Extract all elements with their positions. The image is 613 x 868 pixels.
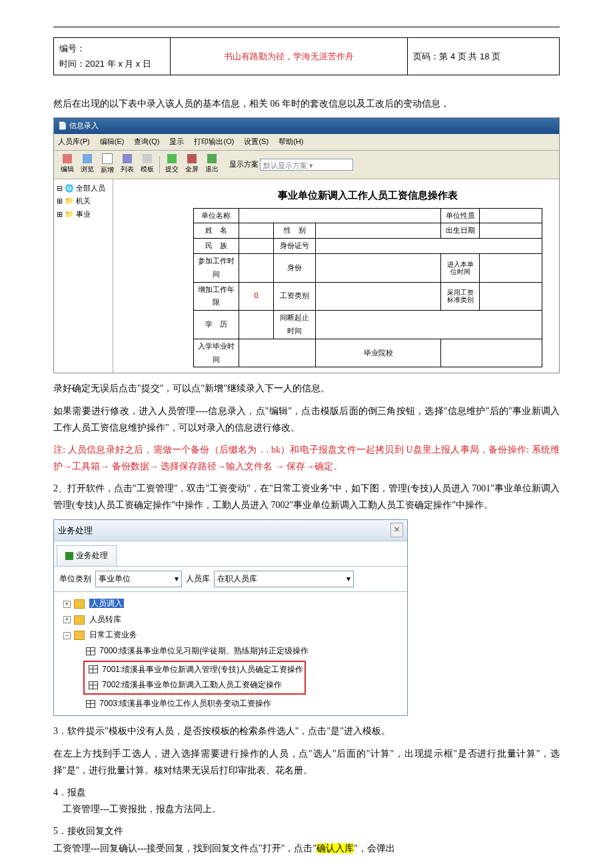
- tree-item-7000[interactable]: 7000:绩溪县事业单位见习期(学徒期、熟练期)转正定级操作: [57, 643, 404, 659]
- ss2-tree: + 人员调入 + 人员转库 − 日常工资业务 7000:绩溪县事业单位见习期(学…: [54, 591, 407, 715]
- val-school[interactable]: [441, 339, 542, 367]
- dropdown-personnel-db[interactable]: 在职人员库 ▾: [214, 571, 354, 588]
- tool-browse[interactable]: 浏览: [78, 153, 97, 176]
- tree-label-transfer-in: 人员调入: [89, 599, 124, 608]
- val-salary-standard[interactable]: [479, 282, 542, 311]
- val-salary-type[interactable]: [316, 282, 441, 311]
- lbl-identity: 身份: [274, 253, 316, 282]
- scheme-value: 默认显示方案: [263, 161, 307, 169]
- val-ethnicity[interactable]: [239, 239, 273, 254]
- screenshot-info-entry: 📄 信息录入 人员库(P) 编辑(E) 查询(Q) 显示 打印输出(O) 设置(…: [53, 117, 560, 373]
- lbl-idcard: 身份证号: [274, 239, 316, 254]
- tree-item-transfer-in[interactable]: + 人员调入: [57, 596, 404, 612]
- fullscreen-icon: [187, 154, 197, 163]
- tree-label-7003: 7003:绩溪县事业单位工作人员职务变动工资操作: [99, 699, 271, 708]
- val-grad-date[interactable]: [239, 339, 315, 367]
- tool-exit[interactable]: 退出: [203, 153, 221, 176]
- menu-help[interactable]: 帮助(H): [279, 137, 303, 145]
- menu-personnel[interactable]: 人员库(P): [58, 137, 90, 145]
- tool-edit[interactable]: 编辑: [58, 153, 77, 176]
- tool-list-label: 列表: [121, 163, 134, 175]
- val-unit-name[interactable]: [239, 208, 440, 223]
- highlight-box-7001-7002: 7001:绩溪县事业单位新调入管理(专技)人员确定工资操作 7002:绩溪县事业…: [83, 661, 306, 695]
- tool-fullscreen-label: 全屏: [185, 163, 199, 175]
- toolbar-separator: [159, 156, 160, 173]
- val-birthdate[interactable]: [479, 223, 542, 239]
- menu-query[interactable]: 查询(Q): [134, 137, 159, 145]
- val-break-period[interactable]: [316, 311, 542, 339]
- folder-icon: [74, 631, 85, 640]
- paragraph-6: 3．软件提示"模板中没有人员，是否按模板的检索条件选人"，点击"是"进入模板。: [53, 723, 560, 739]
- header-date: 时间：2021 年 x 月 x 日: [59, 56, 165, 71]
- tree-item-7003[interactable]: 7003:绩溪县事业单位工作人员职务变动工资操作: [57, 696, 404, 712]
- tree-label-7001: 7001:绩溪县事业单位新调入管理(专技)人员确定工资操作: [102, 665, 303, 674]
- grid-icon: [89, 665, 98, 673]
- template-icon: [143, 154, 152, 163]
- tree-item-transfer-db[interactable]: + 人员转库: [57, 612, 404, 628]
- tool-fullscreen[interactable]: 全屏: [183, 153, 201, 176]
- ss2-titlebar: 业务处理 ✕: [54, 520, 407, 541]
- expand-icon[interactable]: +: [63, 601, 71, 608]
- header-motto: 书山有路勤为径，学海无涯苦作舟: [170, 38, 408, 75]
- tree-label-daily-salary: 日常工资业务: [89, 630, 137, 639]
- val-name[interactable]: [239, 223, 273, 239]
- tool-submit[interactable]: 提交: [163, 153, 181, 176]
- title-icon: 📄: [58, 121, 67, 129]
- val-education[interactable]: [239, 311, 273, 339]
- lbl-gender: 性 别: [274, 223, 316, 239]
- collapse-icon[interactable]: −: [63, 632, 71, 639]
- dropdown-unit-type[interactable]: 事业单位 ▾: [95, 571, 182, 588]
- folder-icon: [74, 615, 85, 625]
- form-title: 事业单位新调入工作人员工资信息操作表: [193, 186, 542, 204]
- scheme-dropdown[interactable]: 默认显示方案 ▾: [260, 159, 353, 171]
- header-doc-number: 编号：: [59, 41, 165, 56]
- val-enter-unit-date[interactable]: [479, 253, 542, 282]
- scheme-label: 显示方案: [229, 158, 259, 171]
- tree-shiye[interactable]: ⊞ 📁 事业: [57, 208, 110, 221]
- tab-business[interactable]: 业务处理: [57, 545, 117, 566]
- lbl-unit-nature: 单位性质: [441, 208, 480, 223]
- menu-bar[interactable]: 人员库(P) 编辑(E) 查询(Q) 显示 打印输出(O) 设置(S) 帮助(H…: [54, 134, 559, 151]
- lbl-unit-type: 单位类别: [59, 572, 91, 587]
- lbl-education: 学 历: [194, 311, 239, 339]
- lbl-grad-date: 入学毕业时间: [194, 339, 239, 367]
- tree-all[interactable]: ⊟ 🌐 全部人员: [57, 182, 110, 195]
- tool-submit-label: 提交: [165, 163, 179, 175]
- tool-template-label: 模板: [141, 163, 154, 175]
- nav-tree[interactable]: ⊟ 🌐 全部人员 ⊞ 📁 机关 ⊞ 📁 事业: [54, 179, 113, 373]
- lbl-birthdate: 出生日期: [441, 223, 480, 239]
- lbl-break-period: 间断起止时间: [274, 311, 316, 339]
- lbl-add-years: 增加工作年限: [194, 282, 239, 311]
- window-title: 信息录入: [69, 121, 99, 129]
- grid-icon: [89, 681, 98, 689]
- info-form-table: 单位名称 单位性质 姓 名 性 别 出生日期: [193, 208, 542, 368]
- tool-list[interactable]: 列表: [118, 153, 137, 176]
- grid-icon: [86, 700, 95, 708]
- menu-edit[interactable]: 编辑(E): [100, 137, 125, 145]
- val-unit-nature[interactable]: [479, 208, 542, 223]
- menu-display[interactable]: 显示: [169, 137, 184, 145]
- val-gender[interactable]: [316, 223, 441, 239]
- tree-jiguan[interactable]: ⊞ 📁 机关: [57, 195, 110, 208]
- paragraph-4-note: 注: 人员信息录好之后，需做一个备份（后缀名为．. bk）和电子报盘文件一起拷贝…: [53, 441, 560, 475]
- tool-new[interactable]: 新增: [98, 153, 117, 177]
- tree-label-transfer-db: 人员转库: [89, 615, 121, 624]
- expand-icon[interactable]: +: [63, 616, 71, 623]
- tree-item-daily-salary[interactable]: − 日常工资业务: [57, 627, 404, 643]
- tree-label-7000: 7000:绩溪县事业单位见习期(学徒期、熟练期)转正定级操作: [99, 646, 308, 655]
- tool-template[interactable]: 模板: [138, 153, 157, 176]
- val-identity[interactable]: [316, 253, 441, 282]
- val-workdate[interactable]: [239, 253, 273, 282]
- menu-settings[interactable]: 设置(S): [244, 137, 269, 145]
- paragraph-2: 录好确定无误后点击"提交"，可以点"新增"继续录入下一人的信息。: [53, 380, 560, 397]
- val-add-years[interactable]: 0: [239, 282, 273, 311]
- val-idcard[interactable]: [316, 239, 542, 254]
- tree-item-7001[interactable]: 7001:绩溪县事业单位新调入管理(专技)人员确定工资操作: [86, 662, 303, 678]
- grid-icon: [86, 647, 95, 655]
- paragraph-9-heading: 5．接收回复文件: [53, 823, 560, 839]
- close-button[interactable]: ✕: [390, 523, 403, 537]
- menu-print[interactable]: 打印输出(O): [194, 137, 234, 145]
- header-left-cell: 编号： 时间：2021 年 x 月 x 日: [54, 38, 171, 75]
- tree-item-7002[interactable]: 7002:绩溪县事业单位新调入工勤人员工资确定操作: [86, 677, 303, 693]
- paragraph-8-body: 工资管理---工资报批，报盘方法同上。: [53, 801, 560, 817]
